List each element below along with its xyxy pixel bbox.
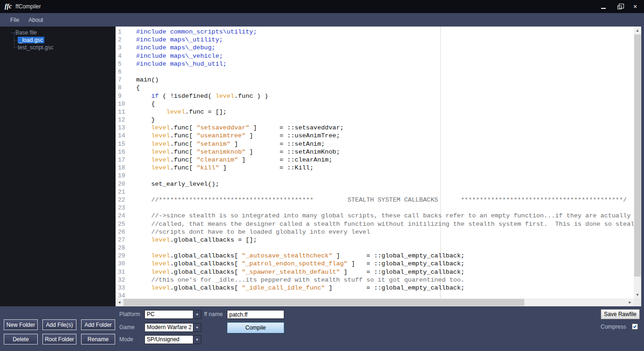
mode-label: Mode [119, 336, 133, 343]
platform-value: PC [145, 310, 193, 318]
app-window: ffc ffCompiler × FileAbout Base file_loa… [0, 0, 644, 351]
line-number: 18 [116, 164, 136, 172]
delete-button[interactable]: Delete [4, 334, 38, 344]
line-number: 9 [116, 92, 136, 100]
code-line: 31 level.global_callbacks[ "_spawner_ste… [116, 268, 634, 276]
minimize-icon [601, 8, 606, 9]
mode-select[interactable]: SP/Unsigned ▼ [144, 335, 201, 344]
code-line: 25 //called, that means the designer cal… [116, 220, 634, 228]
code-line: 11 level.func = []; [116, 108, 634, 116]
line-number: 10 [116, 100, 136, 108]
code-line: 16 level.func[ "setanimknob" ] = ::setAn… [116, 148, 634, 156]
scroll-up-arrow-icon[interactable]: ▲ [634, 27, 641, 34]
minimize-button[interactable] [598, 2, 609, 11]
tree-item-base-file[interactable]: Base file [0, 29, 116, 36]
code-area[interactable]: 1#include common_scripts\utility;2#inclu… [116, 27, 634, 298]
line-number: 32 [116, 276, 136, 284]
compile-button[interactable]: Compile [227, 322, 284, 333]
scroll-down-arrow-icon[interactable]: ▼ [634, 291, 641, 298]
code-line: 21 [116, 188, 634, 196]
platform-label: Platform [119, 311, 140, 317]
tree-item-label: test_script.gsc [18, 44, 54, 51]
code-editor[interactable]: 1#include common_scripts\utility;2#inclu… [116, 27, 641, 306]
compress-checkbox[interactable] [632, 324, 638, 330]
line-number: 30 [116, 260, 136, 268]
scroll-right-arrow-icon[interactable]: ► [626, 298, 634, 306]
mode-value: SP/Unsigned [145, 336, 193, 344]
file-tree[interactable]: Base file_load.gsctest_script.gsc [0, 27, 116, 306]
new-folder-button[interactable]: New Folder [4, 319, 38, 330]
code-line: 13 level.func[ "setsaveddvar" ] = ::sets… [116, 124, 634, 132]
code-line: 18 level.func[ "kill" ] = ::Kill; [116, 164, 634, 172]
code-line: 7main() [116, 76, 634, 84]
code-line: 17 level.func[ "clearanim" ] = ::clearAn… [116, 156, 634, 164]
code-line: 14 level.func[ "useanimtree" ] = ::useAn… [116, 132, 634, 140]
line-number: 1 [116, 28, 136, 36]
menubar: FileAbout [0, 13, 644, 27]
window-title: ffCompiler [15, 3, 41, 10]
menu-about[interactable]: About [24, 14, 48, 26]
tree-item-load-gsc[interactable]: _load.gsc [0, 36, 116, 44]
close-button[interactable]: × [630, 2, 640, 11]
root-folder-button[interactable]: Root Folder [42, 334, 76, 344]
code-line: 3#include maps\_debug; [116, 44, 634, 52]
line-number: 24 [116, 212, 136, 220]
chevron-down-icon[interactable]: ▼ [193, 324, 201, 331]
line-number: 3 [116, 44, 136, 52]
tree-item-test-script-gsc[interactable]: test_script.gsc [0, 44, 116, 51]
line-number: 26 [116, 228, 136, 236]
code-line: 30 level.global_callbacks[ "_patrol_endo… [116, 260, 634, 268]
code-line: 10 { [116, 100, 634, 108]
folder-buttons: New FolderAdd File(s)Add FolderDeleteRoo… [4, 319, 115, 344]
line-number: 21 [116, 188, 136, 196]
code-line: 12 } [116, 116, 634, 124]
titlebar: ffc ffCompiler × [0, 0, 644, 13]
code-line: 22 //***********************************… [116, 196, 634, 204]
code-line: 32 //this one's for _idle...its peppered… [116, 276, 634, 284]
restore-button[interactable] [614, 2, 624, 11]
window-controls: × [598, 0, 640, 13]
chevron-down-icon[interactable]: ▼ [193, 310, 201, 318]
code-line: 24 //->since stealth is so integrated in… [116, 212, 634, 220]
line-number: 12 [116, 116, 136, 124]
code-line: 33 level.global_callbacks[ "_idle_call_i… [116, 284, 634, 292]
tree-item-label: _load.gsc [18, 37, 44, 43]
rename-button[interactable]: Rename [81, 334, 115, 344]
chevron-down-icon[interactable]: ▼ [193, 336, 201, 344]
compress-label: Compress [601, 324, 626, 330]
code-line: 28 [116, 244, 634, 252]
vertical-scrollbar[interactable]: ▲ ▼ [634, 27, 641, 298]
code-line: 9 if ( !isdefined( level.func ) ) [116, 92, 634, 100]
line-number: 20 [116, 180, 136, 188]
line-number: 16 [116, 148, 136, 156]
ffname-input[interactable] [227, 310, 284, 319]
code-line: 2#include maps\_utility; [116, 36, 634, 44]
horizontal-scrollbar-thumb[interactable] [123, 299, 524, 306]
line-number: 11 [116, 108, 136, 116]
game-select[interactable]: Modern Warfare 2 ▼ [144, 323, 201, 332]
line-number: 2 [116, 36, 136, 44]
save-rawfile-button[interactable]: Save Rawfile [601, 309, 640, 319]
line-number: 8 [116, 84, 136, 92]
check-icon [633, 324, 637, 328]
add-folder-button[interactable]: Add Folder [81, 319, 115, 330]
platform-select[interactable]: PC ▼ [144, 310, 201, 319]
line-number: 22 [116, 196, 136, 204]
code-line: 26 //scripts dont have to be loaded glob… [116, 228, 634, 236]
scroll-left-arrow-icon[interactable]: ◄ [116, 298, 123, 306]
menu-file[interactable]: File [6, 14, 24, 26]
tree-item-label: Base file [15, 29, 37, 36]
game-value: Modern Warfare 2 [145, 324, 193, 331]
code-line: 6 [116, 68, 634, 76]
line-number: 6 [116, 68, 136, 76]
vertical-scrollbar-thumb[interactable] [634, 34, 641, 277]
line-number: 15 [116, 140, 136, 148]
line-number: 25 [116, 220, 136, 228]
line-number: 4 [116, 52, 136, 60]
line-number: 23 [116, 204, 136, 212]
line-number: 29 [116, 252, 136, 260]
bottom-panel: New FolderAdd File(s)Add FolderDeleteRoo… [0, 306, 644, 351]
code-line: 1#include common_scripts\utility; [116, 28, 634, 36]
horizontal-scrollbar[interactable]: ◄ ► [116, 298, 634, 306]
add-file-s-button[interactable]: Add File(s) [42, 319, 76, 330]
